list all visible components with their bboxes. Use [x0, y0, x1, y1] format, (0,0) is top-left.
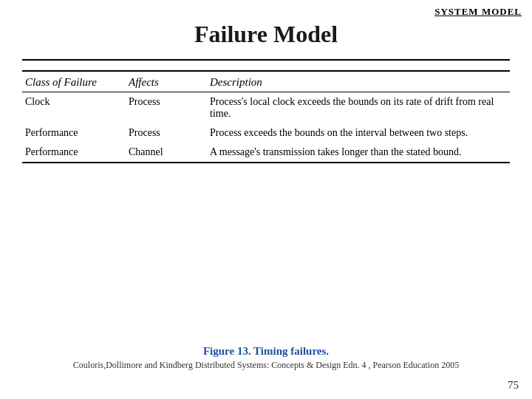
cell-affects: Process [126, 123, 207, 143]
system-model-label: SYSTEM MODEL [434, 6, 522, 18]
table-row: ClockProcessProcess's local clock exceed… [22, 92, 510, 124]
col-header-description: Description [207, 71, 510, 92]
col-header-class: Class of Failure [22, 71, 126, 92]
table-row: PerformanceChannelA message's transmissi… [22, 143, 510, 163]
failure-table: Class of Failure Affects Description Clo… [22, 70, 510, 163]
table-row: PerformanceProcessProcess exceeds the bo… [22, 123, 510, 143]
figure-caption-main: Figure 13. Timing failures. [0, 345, 532, 358]
col-header-affects: Affects [126, 71, 207, 92]
cell-description: A message's transmission takes longer th… [207, 143, 510, 163]
page-title: Failure Model [0, 21, 532, 48]
cell-class: Performance [22, 123, 126, 143]
cell-affects: Process [126, 92, 207, 124]
page-number: 75 [508, 379, 519, 392]
cell-class: Clock [22, 92, 126, 124]
cell-affects: Channel [126, 143, 207, 163]
top-divider [22, 59, 510, 61]
figure-caption: Figure 13. Timing failures. Couloris,Dol… [0, 345, 532, 371]
failure-table-container: Class of Failure Affects Description Clo… [22, 70, 510, 163]
cell-description: Process exceeds the bounds on the interv… [207, 123, 510, 143]
figure-caption-sub: Couloris,Dollimore and Kindberg Distribu… [0, 360, 532, 371]
cell-description: Process's local clock exceeds the bounds… [207, 92, 510, 124]
table-header-row: Class of Failure Affects Description [22, 71, 510, 92]
cell-class: Performance [22, 143, 126, 163]
